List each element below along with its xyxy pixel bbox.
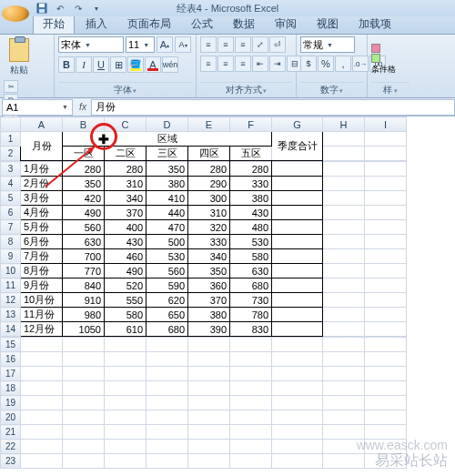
cell[interactable] — [272, 177, 323, 191]
cell[interactable] — [63, 454, 105, 469]
cell[interactable] — [323, 235, 365, 249]
cell[interactable]: 380 — [147, 177, 188, 191]
cell[interactable] — [323, 454, 365, 469]
office-button[interactable] — [2, 5, 29, 22]
cell[interactable] — [147, 338, 188, 352]
cell[interactable] — [323, 396, 365, 410]
fill-color-button[interactable]: 🪣 — [127, 56, 144, 73]
cell[interactable]: 480 — [230, 220, 272, 235]
cell[interactable]: 460 — [105, 249, 147, 264]
qat-dropdown-icon[interactable]: ▼ — [89, 1, 104, 15]
cell[interactable]: 7月份 — [21, 249, 63, 264]
cell[interactable] — [21, 352, 63, 367]
number-format-select[interactable]: 常规▼ — [300, 36, 355, 53]
row-header[interactable]: 16 — [1, 352, 21, 367]
cell[interactable] — [365, 206, 407, 220]
save-icon[interactable] — [35, 1, 49, 15]
cell[interactable]: 580 — [105, 308, 147, 322]
cell[interactable] — [365, 220, 407, 235]
cell[interactable]: 280 — [188, 162, 230, 177]
cell[interactable] — [147, 410, 188, 425]
cell[interactable] — [272, 162, 323, 177]
cell[interactable]: 310 — [188, 206, 230, 220]
cell[interactable]: 330 — [188, 235, 230, 249]
tab-data[interactable]: 数据 — [224, 15, 264, 34]
cell[interactable] — [365, 322, 407, 337]
cell[interactable] — [323, 162, 365, 177]
cell[interactable]: 5月份 — [21, 220, 63, 235]
tab-addins[interactable]: 加载项 — [349, 15, 400, 34]
cell[interactable] — [365, 147, 407, 161]
cell[interactable]: 280 — [105, 162, 147, 177]
cell[interactable]: 490 — [63, 206, 105, 220]
cell[interactable] — [105, 338, 147, 352]
cell[interactable] — [63, 425, 105, 440]
cell[interactable] — [230, 440, 272, 454]
cell[interactable] — [323, 410, 365, 425]
cell[interactable] — [365, 162, 407, 177]
cell[interactable] — [105, 367, 147, 381]
cell[interactable]: 330 — [230, 177, 272, 191]
cell[interactable] — [272, 264, 323, 279]
row-header[interactable]: 3 — [1, 162, 21, 177]
cell[interactable] — [272, 338, 323, 352]
row-header[interactable]: 15 — [1, 338, 21, 352]
cell[interactable]: 2月份 — [21, 177, 63, 191]
cell[interactable]: 280 — [230, 162, 272, 177]
cell[interactable]: 370 — [105, 206, 147, 220]
cell[interactable] — [230, 410, 272, 425]
cell[interactable] — [21, 425, 63, 440]
cell[interactable]: 840 — [63, 279, 105, 293]
cell[interactable] — [230, 454, 272, 469]
cell[interactable]: 4月份 — [21, 206, 63, 220]
cell[interactable] — [365, 396, 407, 410]
cell[interactable]: 700 — [63, 249, 105, 264]
cell[interactable]: 440 — [147, 206, 188, 220]
col-header[interactable]: G — [272, 117, 323, 132]
cell[interactable] — [365, 264, 407, 279]
tab-review[interactable]: 审阅 — [266, 15, 306, 34]
percent-button[interactable]: % — [318, 56, 334, 72]
cell[interactable] — [21, 396, 63, 410]
row-header[interactable]: 13 — [1, 308, 21, 322]
cell[interactable]: 11月份 — [21, 308, 63, 322]
cell[interactable]: 290 — [188, 177, 230, 191]
border-button[interactable]: ⊞ — [110, 56, 126, 73]
conditional-format-button[interactable]: 条件格 — [371, 44, 396, 76]
increase-indent-button[interactable]: ⇥ — [269, 56, 286, 72]
name-box[interactable]: A1▼ — [2, 99, 73, 116]
row-header[interactable]: 22 — [1, 440, 21, 454]
row-header[interactable]: 23 — [1, 454, 21, 469]
cell[interactable]: 630 — [63, 235, 105, 249]
row-header[interactable]: 12 — [1, 293, 21, 308]
row-header[interactable]: 9 — [1, 249, 21, 264]
cell[interactable]: 季度合计 — [272, 132, 323, 161]
cell[interactable] — [63, 440, 105, 454]
cell[interactable]: 300 — [188, 191, 230, 206]
font-color-button[interactable]: A — [145, 56, 161, 73]
cell[interactable] — [272, 352, 323, 367]
cell[interactable]: 580 — [230, 249, 272, 264]
cell[interactable]: 420 — [63, 191, 105, 206]
row-header[interactable]: 6 — [1, 206, 21, 220]
cell[interactable] — [323, 191, 365, 206]
row-header[interactable]: 19 — [1, 396, 21, 410]
tab-insert[interactable]: 插入 — [76, 15, 116, 34]
cell[interactable] — [365, 293, 407, 308]
shrink-font-button[interactable]: A▾ — [175, 36, 191, 53]
cell[interactable] — [323, 206, 365, 220]
cell[interactable] — [63, 381, 105, 396]
cell[interactable] — [323, 249, 365, 264]
cell[interactable] — [63, 352, 105, 367]
cell[interactable] — [272, 425, 323, 440]
cell[interactable]: 1050 — [63, 322, 105, 337]
cell[interactable] — [188, 381, 230, 396]
cell[interactable]: 380 — [230, 191, 272, 206]
cell[interactable] — [272, 249, 323, 264]
cell[interactable]: 350 — [147, 162, 188, 177]
cell[interactable]: 770 — [63, 264, 105, 279]
col-header[interactable]: I — [365, 117, 407, 132]
col-header[interactable]: B — [63, 117, 105, 132]
cell[interactable] — [105, 440, 147, 454]
cell[interactable] — [323, 338, 365, 352]
